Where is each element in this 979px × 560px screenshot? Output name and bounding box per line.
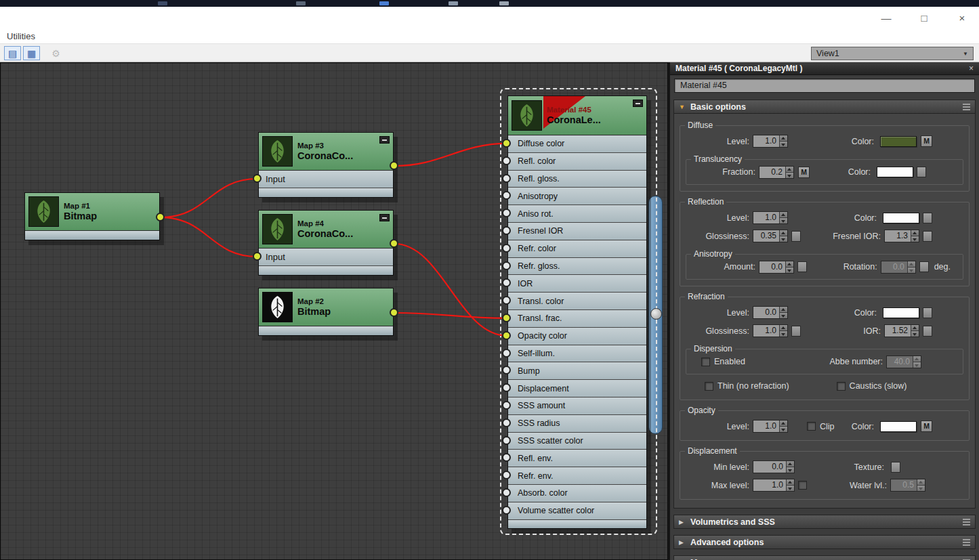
input-connector-aniso-rot[interactable] [502,209,511,217]
output-connector-map3[interactable] [390,161,398,170]
reflection-color-map-button[interactable] [923,213,932,223]
opacity-color-swatch[interactable] [880,421,917,432]
refraction-color-map-button[interactable] [923,307,932,318]
input-connector-transl-color[interactable] [502,296,511,305]
fresnel-ior-spinner[interactable]: 1.3 [884,230,919,242]
toolbar-material-browser-button[interactable]: ▦ [23,46,40,60]
spinner-arrows[interactable] [911,230,919,242]
rollout-advanced-header[interactable]: ▶ Advanced options [673,535,976,549]
input-connector-map3-input[interactable] [253,174,262,183]
input-connector-sss-radius[interactable] [502,418,511,427]
input-connector-refl-color[interactable] [502,156,511,165]
rollout-basic-options-header[interactable]: ▼ Basic options [673,100,976,114]
panel-titlebar[interactable]: Material #45 ( CoronaLegacyMtl ) × [670,62,979,75]
spinner-arrows[interactable] [779,325,787,337]
rollout-menu-icon[interactable] [963,102,970,112]
output-connector-map1[interactable] [156,213,165,221]
spinner-arrows[interactable] [779,135,787,147]
node-graph-canvas[interactable]: Map #1BitmapMap #3CoronaCo...InputMap #4… [0,62,668,560]
input-connector-refl-env[interactable] [502,453,511,462]
input-connector-fresnel-ior[interactable] [502,226,511,235]
rollout-volumetrics-header[interactable]: ▶ Volumetrics and SSS [673,515,976,529]
spinner-arrows[interactable] [785,261,793,273]
input-connector-refr-color[interactable] [502,244,511,253]
displacement-min-spinner[interactable]: 0.0 [753,460,795,473]
spinner-arrows[interactable] [785,167,793,178]
fresnel-ior-map-button[interactable] [923,231,932,242]
opacity-level-spinner[interactable]: 1.0 [753,420,788,433]
input-connector-refl-gloss[interactable] [502,174,511,183]
thin-refraction-label: Thin (no refraction) [717,381,789,391]
input-connector-diffuse-color[interactable] [502,139,511,148]
input-connector-transl-frac[interactable] [502,314,511,322]
output-connector-map4[interactable] [390,239,398,248]
input-connector-absorb-color[interactable] [502,488,511,497]
input-connector-refr-gloss[interactable] [502,261,511,270]
refraction-glossiness-spinner[interactable]: 1.0 [753,324,788,337]
rollout-menu-icon[interactable] [963,538,970,547]
input-connector-opacity-color[interactable] [502,331,511,340]
input-connector-volume-scatter-color[interactable] [502,506,511,515]
slider-knob[interactable] [650,308,662,320]
spinner-arrows[interactable] [779,230,787,242]
close-button[interactable]: × [955,11,970,26]
translucency-fraction-spinner[interactable]: 0.2 [759,166,794,179]
anisotropy-rotation-value: 0.0 [881,261,907,273]
spinner-arrows[interactable] [786,461,794,473]
input-connector-anisotropy[interactable] [502,191,511,200]
refraction-ior-spinner[interactable]: 1.52 [884,324,919,337]
translucency-color-swatch[interactable] [877,167,913,177]
input-connector-refr-env[interactable] [502,471,511,479]
spinner-arrows[interactable] [779,307,787,318]
diffuse-map-button[interactable]: M [921,135,932,147]
thin-refraction-checkbox[interactable] [705,382,713,391]
menu-utilities[interactable]: Utilities [7,31,35,41]
rollout-menu-icon[interactable] [963,517,970,527]
diffuse-level-spinner[interactable]: 1.0 [753,135,788,148]
chevron-down-icon: ▼ [679,104,686,110]
spinner-arrows[interactable] [911,325,919,337]
refraction-level-spinner[interactable]: 0.0 [753,306,788,319]
input-connector-self-illum[interactable] [502,349,511,358]
spinner-arrows[interactable] [779,212,787,223]
chevron-down-icon: ▼ [963,51,968,57]
reflection-color-swatch[interactable] [883,213,919,223]
spinner-arrows[interactable] [786,479,794,491]
reflection-level-spinner[interactable]: 1.0 [753,211,788,224]
dispersion-enabled-checkbox[interactable] [701,358,710,366]
refraction-ior-map-button[interactable] [923,326,932,337]
displacement-max-spinner[interactable]: 1.0 [753,479,795,492]
rollout-title: Advanced options [690,538,764,547]
input-connector-bump[interactable] [502,366,511,374]
displacement-texture-map-button[interactable] [891,462,900,473]
panel-close-button[interactable]: × [969,64,974,72]
diffuse-color-swatch[interactable] [880,136,917,147]
caustics-checkbox[interactable] [837,382,846,391]
water-level-checkbox[interactable] [798,481,807,490]
reflection-glossiness-value: 0.35 [753,230,779,242]
maximize-button[interactable]: □ [917,11,932,26]
spinner-arrows[interactable] [779,421,787,432]
view-selector-dropdown[interactable]: View1 ▼ [811,47,974,60]
translucency-color-map-button[interactable] [917,167,926,177]
input-connector-sss-scatter-color[interactable] [502,436,511,445]
anisotropy-rotation-map-button[interactable] [919,261,929,272]
input-connector-ior[interactable] [502,278,511,287]
toolbar-parameter-editor-button[interactable]: ▤ [4,46,21,60]
material-name-field[interactable]: Material #45 [674,79,975,93]
group-label: Dispersion [691,344,735,353]
output-connector-map2[interactable] [390,308,398,317]
input-connector-displacement[interactable] [502,383,511,392]
refraction-color-swatch[interactable] [883,307,919,318]
anisotropy-amount-spinner[interactable]: 0.0 [759,261,794,274]
input-connector-sss-amount[interactable] [502,401,511,410]
rollout-menu-icon[interactable] [963,558,970,560]
opacity-map-button[interactable]: M [921,421,932,432]
reflection-glossiness-spinner[interactable]: 0.35 [753,230,788,242]
minimize-button[interactable]: — [879,11,894,26]
input-connector-map4-input[interactable] [253,252,262,261]
abbe-number-value: 40.0 [887,356,913,368]
reflection-group: Reflection Level: 1.0 Color: Glossiness:… [680,202,970,286]
rollout-maps-header[interactable]: ▶ Maps [673,555,976,560]
desktop-strip [0,0,979,7]
